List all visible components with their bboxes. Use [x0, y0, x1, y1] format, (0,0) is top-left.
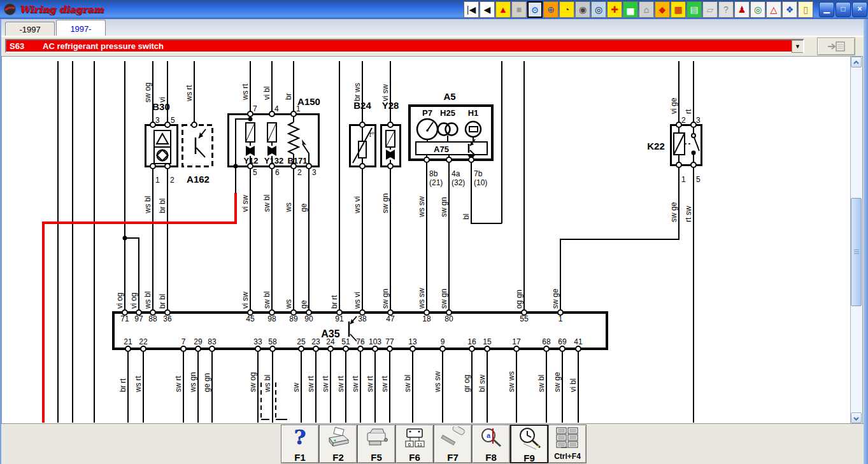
pin-label: 5 — [696, 175, 701, 184]
minimize-button[interactable]: ▁ — [819, 2, 834, 17]
wire-label: ws rt — [134, 376, 143, 393]
pin-label: 21 — [124, 337, 132, 346]
pin-connector — [313, 346, 318, 351]
pin-connector — [210, 346, 215, 351]
tab-pre-1997[interactable]: -1997 — [5, 22, 55, 37]
tab-row: -1997 1997- — [0, 19, 868, 37]
pin-label: 68 — [542, 337, 551, 346]
toolbar-gauge-button[interactable]: ◔ — [559, 1, 574, 18]
pin-connector — [485, 346, 490, 351]
toolbar-wrench-button[interactable]: ⚙ — [527, 1, 543, 18]
pin-label: 13 — [408, 337, 417, 346]
fkey-f8-button[interactable]: aF8 — [472, 425, 510, 463]
fkey-ctrl-f4-button[interactable]: Ctrl+F4 — [548, 425, 587, 463]
pin-label: 36 — [163, 314, 172, 323]
pin-connector — [691, 162, 696, 167]
wire-label: ws — [284, 202, 293, 213]
toolbar-wheel-button[interactable]: ◉ — [575, 1, 590, 18]
toolbar-inspection-button[interactable]: ◎ — [750, 1, 765, 18]
chevron-up-icon — [853, 59, 860, 66]
toolbar-card-button[interactable]: ▱ — [702, 1, 718, 18]
wire-label: ws bl — [143, 196, 152, 214]
pin-connector — [691, 122, 696, 127]
instruments-icon: ◎ — [595, 4, 602, 15]
fkey-f9-button[interactable]: F9 — [510, 425, 548, 463]
toolbar-garage-button[interactable]: ⌂ — [639, 1, 654, 18]
pin-label: 22 — [139, 337, 148, 346]
toolbar-parts-button[interactable]: ▦ — [671, 1, 686, 18]
pin-connector — [248, 111, 253, 116]
component-label: Y12 — [243, 156, 258, 165]
toolbar-window-panel-button[interactable]: ■ — [511, 1, 527, 18]
diagram-labels: B30A162A150B24Y28A5K22A35Y12Y132B171P7H2… — [115, 83, 701, 393]
pin-label: 38 — [358, 314, 367, 323]
toolbar-nav-first-button[interactable]: |◀ — [464, 1, 479, 18]
fkey-f6-button[interactable]: 611F6 — [395, 425, 434, 463]
toolbar-help-gray-button[interactable]: ? — [718, 1, 734, 18]
goto-component-button[interactable] — [817, 38, 855, 55]
pin-connector — [270, 346, 275, 351]
pin-connector — [424, 157, 429, 162]
wrench-icon: ⚙ — [531, 5, 539, 15]
fkey-f2-button[interactable]: F2 — [319, 425, 357, 463]
toolbar-hazard-button[interactable]: △ — [766, 1, 781, 18]
window-panel-icon: ■ — [516, 4, 522, 15]
lamp-icon: ▯ — [803, 4, 808, 15]
close-button[interactable]: × — [852, 2, 867, 17]
toolbar-person-button[interactable]: ♟ — [734, 1, 750, 18]
maximize-button[interactable]: □ — [836, 2, 851, 17]
vertical-scrollbar[interactable] — [850, 57, 862, 423]
lift-icon: ▅ — [627, 4, 634, 15]
scroll-thumb[interactable] — [851, 198, 862, 306]
pin-label: 2 — [297, 168, 302, 177]
wire-label: sw rt — [174, 376, 183, 392]
toolbar-warning-button[interactable]: ▲ — [495, 1, 511, 18]
pin-connector — [373, 346, 378, 351]
fkey-f7-button[interactable]: F7 — [434, 425, 472, 463]
title-bar: Wiring diagram |◀◀▲■⚙⊕◔◉◎✚▅⌂◆▦▤▱?♟◎△❖▯ ▁… — [0, 0, 868, 19]
diagram-canvas[interactable]: B30A162A150B24Y28A5K22A35Y12Y132B171P7H2… — [1, 56, 863, 424]
pin-connector — [343, 346, 348, 351]
circuit-selector[interactable]: S63 AC refrigerant pressure switch ▼ — [5, 39, 804, 53]
pin-connector — [360, 164, 365, 169]
chevron-down-icon — [853, 415, 860, 422]
wire-label: sw bl — [262, 195, 271, 212]
fkey-f5-button[interactable]: F5 — [357, 425, 395, 463]
window-border-left — [0, 19, 1, 464]
component-A162 — [182, 125, 212, 166]
window-title: Wiring diagram — [19, 4, 103, 15]
wire-label: rt sw — [684, 206, 693, 222]
magnifier-clock-icon — [511, 426, 547, 453]
scroll-up-button[interactable] — [851, 57, 862, 67]
toolbar-lamp-button[interactable]: ▯ — [798, 1, 813, 18]
toolbar-service-button[interactable]: ◆ — [655, 1, 670, 18]
fkey-label: F9 — [511, 453, 547, 463]
selector-row: S63 AC refrigerant pressure switch ▼ — [0, 37, 868, 56]
pin-label: 97 — [134, 314, 143, 323]
tab-1997-on[interactable]: 1997- — [56, 20, 106, 37]
wire-label: gr og — [462, 375, 471, 392]
pin-label: 4 — [274, 104, 279, 113]
wire-label: sw og — [143, 83, 152, 102]
wire-label: ge — [299, 300, 308, 309]
toolbar-lift-button[interactable]: ▅ — [623, 1, 638, 18]
wire-label: bl — [462, 214, 471, 220]
toolbar-instruments-button[interactable]: ◎ — [591, 1, 606, 18]
pin-connector — [291, 111, 296, 116]
toolbar-tools-button[interactable]: ✚ — [607, 1, 622, 18]
selector-dropdown-button[interactable]: ▼ — [792, 40, 803, 53]
circuit-code: S63 — [10, 41, 24, 51]
wire-label: br rt — [118, 378, 127, 392]
fkey-f1-button[interactable]: ?F1 — [281, 425, 319, 463]
fkey-label: F7 — [434, 452, 471, 463]
scroll-down-button[interactable] — [851, 412, 862, 423]
toolbar-globe-button[interactable]: ⊕ — [543, 1, 559, 18]
wire-label: sw rt — [366, 376, 374, 392]
wire-label: vi — [158, 97, 167, 102]
junction-dot — [123, 236, 127, 241]
pin-connector — [544, 346, 549, 351]
toolbar-nav-back-button[interactable]: ◀ — [480, 1, 495, 18]
toolbar-engine-part-button[interactable]: ❖ — [782, 1, 797, 18]
wire-label: ws bl — [143, 292, 152, 309]
toolbar-print-green-button[interactable]: ▤ — [687, 1, 702, 18]
